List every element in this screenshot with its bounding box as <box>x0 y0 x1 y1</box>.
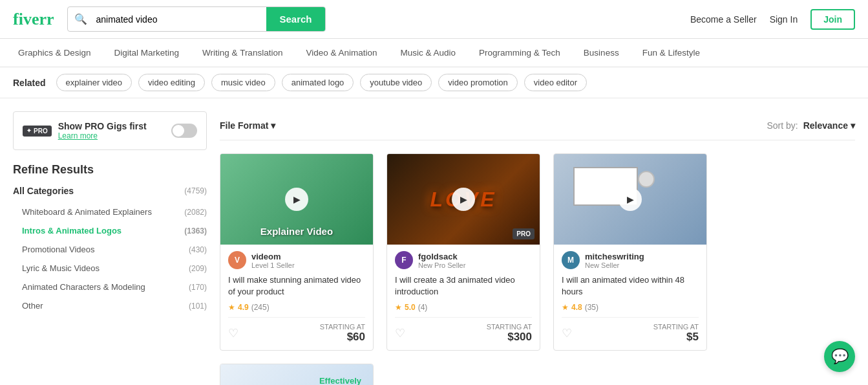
play-button-1[interactable]: ▶ <box>452 188 475 211</box>
sign-in-link[interactable]: Sign In <box>770 14 798 25</box>
filter-bar: File Format ▾ Sort by: Relevance ▾ <box>220 111 855 140</box>
card-footer-2: ♡ STARTING AT $5 <box>562 317 699 344</box>
card-rating-1: ★ 5.0 (4) <box>395 303 532 312</box>
nav-item-graphics[interactable]: Graphics & Design <box>6 39 103 67</box>
nav-item-digital[interactable]: Digital Marketing <box>103 39 191 67</box>
gig-card-1[interactable]: LOVE ▶ PRO F fgoldsack New Pro Seller I … <box>386 153 540 351</box>
wishlist-button-2[interactable]: ♡ <box>562 326 572 340</box>
seller-level-0: Level 1 Seller <box>251 261 295 269</box>
rating-count-1: (4) <box>418 303 428 312</box>
refine-title: Refine Results <box>13 163 207 177</box>
card-title-0: I will make stunning animated video of y… <box>228 274 365 298</box>
sort-area: Sort by: Relevance ▾ <box>767 120 855 131</box>
nav: Graphics & Design Digital Marketing Writ… <box>0 39 868 67</box>
seller-name-1: fgoldsack <box>418 252 465 261</box>
search-input[interactable] <box>94 9 267 30</box>
avatar-2: M <box>562 251 580 269</box>
starting-at-label-2: STARTING AT <box>653 323 699 331</box>
chat-fab-button[interactable]: 💬 <box>824 341 855 372</box>
card-thumbnail-3: Effectively ▶ <box>220 364 373 385</box>
pro-toggle[interactable] <box>171 124 197 138</box>
card-body-1: F fgoldsack New Pro Seller I will create… <box>387 245 540 350</box>
tag-explainer-video[interactable]: explainer video <box>56 74 132 91</box>
seller-level-2: New Seller <box>585 261 644 269</box>
nav-item-programming[interactable]: Programming & Tech <box>467 39 572 67</box>
card-thumbnail-2: ▶ <box>554 154 706 245</box>
thumb-label-0: Explainer Video <box>220 226 373 237</box>
pro-info: Show PRO Gigs first Learn more <box>58 121 165 140</box>
file-format-button[interactable]: File Format ▾ <box>220 120 275 131</box>
all-categories-label[interactable]: All Categories <box>13 186 74 196</box>
pro-learn-more[interactable]: Learn more <box>58 131 165 140</box>
nav-item-music[interactable]: Music & Audio <box>389 39 468 67</box>
sort-label: Sort by: <box>767 120 798 131</box>
price-2: $5 <box>653 331 699 344</box>
pro-gigs-box: ✦ PRO Show PRO Gigs first Learn more <box>13 111 207 150</box>
rating-count-0: (245) <box>251 303 270 312</box>
card-body-2: M mitcheswriting New Seller I will an an… <box>554 245 706 350</box>
gig-card-3[interactable]: Effectively ▶ E ebaypower Level 1 Seller… <box>220 364 374 385</box>
nav-item-fun[interactable]: Fun & Lifestyle <box>631 39 712 67</box>
sort-value[interactable]: Relevance ▾ <box>803 120 855 131</box>
gig-card-2[interactable]: ▶ M mitcheswriting New Seller I will an … <box>553 153 707 351</box>
toggle-knob <box>173 125 184 137</box>
card-footer-1: ♡ STARTING AT $300 <box>395 317 532 344</box>
price-area-0: STARTING AT $60 <box>320 323 365 344</box>
tag-youtube-video[interactable]: youtube video <box>360 74 432 91</box>
logo[interactable]: fiverr <box>13 10 54 29</box>
gig-card-0[interactable]: Explainer Video ▶ V videom Level 1 Selle… <box>220 153 374 351</box>
category-promotional[interactable]: Promotional Videos (430) <box>13 240 207 259</box>
price-0: $60 <box>320 331 365 344</box>
tag-animated-logo[interactable]: animated logo <box>282 74 354 91</box>
card-footer-0: ♡ STARTING AT $60 <box>228 317 365 344</box>
category-intros[interactable]: Intros & Animated Logos (1363) <box>13 221 207 240</box>
category-whiteboard[interactable]: Whiteboard & Animated Explainers (2082) <box>13 203 207 221</box>
category-section: All Categories (4759) Whiteboard & Anima… <box>13 186 207 315</box>
related-bar: Related explainer video video editing mu… <box>0 67 868 98</box>
join-button[interactable]: Join <box>810 9 855 30</box>
category-other[interactable]: Other (101) <box>13 296 207 315</box>
seller-name-box-1: fgoldsack New Pro Seller <box>418 252 465 269</box>
rating-count-2: (35) <box>585 303 598 312</box>
related-label: Related <box>13 78 46 88</box>
avatar-0: V <box>228 251 246 269</box>
wishlist-button-0[interactable]: ♡ <box>228 326 238 340</box>
play-button-0[interactable]: ▶ <box>285 188 308 211</box>
pro-overlay-1: PRO <box>513 228 535 239</box>
header-right: Become a Seller Sign In Join <box>690 9 855 30</box>
seller-name-box-0: videom Level 1 Seller <box>251 252 295 269</box>
search-button[interactable]: Search <box>266 7 324 31</box>
tag-video-editor[interactable]: video editor <box>524 74 587 91</box>
card-rating-0: ★ 4.9 (245) <box>228 303 365 312</box>
rating-value-2: 4.8 <box>571 303 582 312</box>
tag-music-video[interactable]: music video <box>211 74 275 91</box>
tag-video-promotion[interactable]: video promotion <box>438 74 518 91</box>
star-icon-1: ★ <box>395 303 402 312</box>
price-area-2: STARTING AT $5 <box>653 323 699 344</box>
starting-at-label-1: STARTING AT <box>487 323 532 331</box>
search-icon: 🔍 <box>68 13 94 25</box>
star-icon-2: ★ <box>562 303 569 312</box>
nav-item-video[interactable]: Video & Animation <box>294 39 388 67</box>
sidebar: ✦ PRO Show PRO Gigs first Learn more Ref… <box>13 111 207 385</box>
seller-info-1: F fgoldsack New Pro Seller <box>395 251 532 269</box>
card-rating-2: ★ 4.8 (35) <box>562 303 699 312</box>
all-categories-count: (4759) <box>184 186 207 195</box>
cards-grid: Explainer Video ▶ V videom Level 1 Selle… <box>220 153 855 385</box>
nav-item-business[interactable]: Business <box>572 39 631 67</box>
header: fiverr 🔍 Search Become a Seller Sign In … <box>0 0 868 39</box>
wishlist-button-1[interactable]: ♡ <box>395 326 405 340</box>
seller-level-1: New Pro Seller <box>418 261 465 269</box>
price-1: $300 <box>487 331 532 344</box>
play-button-2[interactable]: ▶ <box>619 188 642 211</box>
become-seller-link[interactable]: Become a Seller <box>690 14 757 25</box>
tag-video-editing[interactable]: video editing <box>138 74 205 91</box>
starting-at-label-0: STARTING AT <box>320 323 365 331</box>
nav-item-writing[interactable]: Writing & Translation <box>191 39 294 67</box>
seller-info-0: V videom Level 1 Seller <box>228 251 365 269</box>
card-thumbnail-0: Explainer Video ▶ <box>220 154 373 245</box>
category-animated-characters[interactable]: Animated Characters & Modeling (170) <box>13 278 207 296</box>
card-title-2: I will an animated video within 48 hours <box>562 274 699 298</box>
card-thumbnail-1: LOVE ▶ PRO <box>387 154 540 245</box>
category-lyric[interactable]: Lyric & Music Videos (209) <box>13 259 207 278</box>
